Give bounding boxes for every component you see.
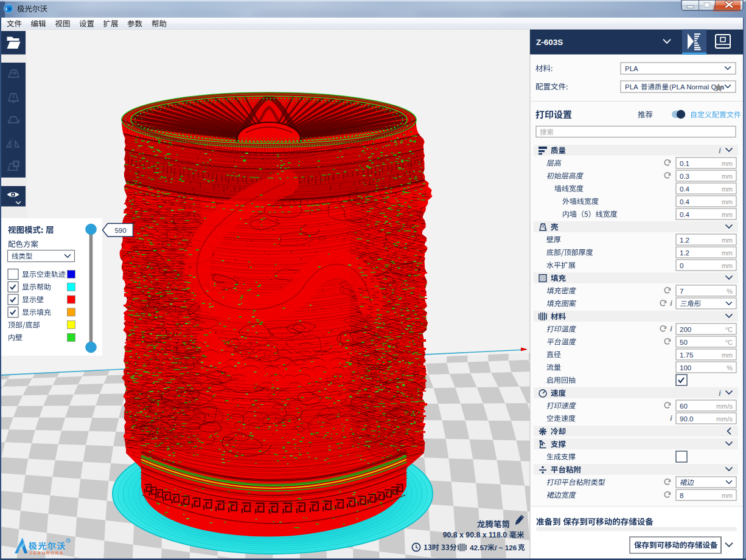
svg-text:100: 100 (680, 364, 691, 372)
svg-text:90.8 x 90.8 x 118.0: 90.8 x 90.8 x 118.0 (443, 531, 507, 539)
svg-text:200: 200 (680, 326, 691, 333)
svg-text:Z-603S: Z-603S (536, 38, 563, 47)
svg-text:mm: mm (722, 185, 733, 193)
svg-text:PLA: PLA (625, 65, 638, 72)
svg-text:0.4: 0.4 (680, 198, 690, 206)
svg-text:7: 7 (680, 288, 683, 295)
svg-text:0.4: 0.4 (680, 185, 690, 193)
svg-text:90.0: 90.0 (680, 415, 693, 423)
svg-text:0.3: 0.3 (680, 173, 689, 180)
svg-text:%: % (727, 288, 733, 295)
svg-text:mm: mm (722, 211, 733, 218)
svg-text:mm/s: mm/s (716, 403, 733, 410)
svg-text:/ ~ 126: / ~ 126 (495, 544, 517, 552)
svg-text:590: 590 (114, 227, 126, 234)
svg-text:JGAURORA: JGAURORA (29, 550, 64, 556)
svg-text:%: % (727, 364, 733, 372)
svg-text:mm: mm (722, 262, 733, 269)
svg-text:°C: °C (725, 339, 733, 346)
svg-text:42.57: 42.57 (470, 544, 488, 552)
svg-text:50: 50 (680, 339, 688, 346)
svg-text:mm: mm (722, 249, 733, 257)
svg-text:0: 0 (680, 262, 683, 269)
svg-text:0.1: 0.1 (680, 160, 689, 167)
svg-text:mm: mm (722, 351, 733, 359)
svg-text:0.4: 0.4 (680, 211, 690, 218)
svg-text:mm: mm (722, 237, 733, 244)
svg-text:mm: mm (722, 173, 733, 180)
svg-text:PLA: PLA (625, 83, 638, 91)
svg-text:1.2: 1.2 (680, 237, 689, 244)
svg-text:mm: mm (722, 160, 733, 167)
svg-text:8: 8 (680, 492, 683, 499)
svg-text:mm: mm (722, 198, 733, 206)
svg-text:mm: mm (722, 492, 733, 499)
svg-text:°C: °C (725, 326, 733, 333)
svg-text:mm/s: mm/s (716, 415, 733, 423)
svg-text:1.2: 1.2 (680, 249, 689, 257)
svg-text:60: 60 (680, 403, 688, 410)
svg-text:1.75: 1.75 (680, 351, 693, 359)
